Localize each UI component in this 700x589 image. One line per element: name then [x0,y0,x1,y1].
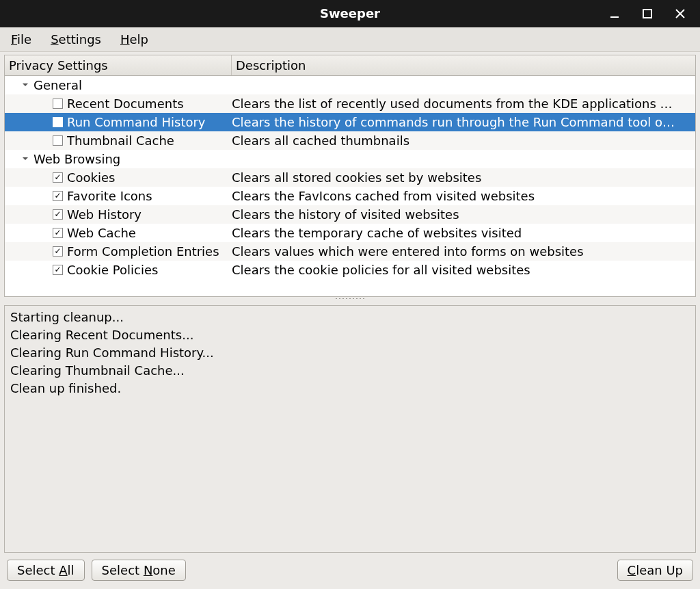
item-label: Web History [67,207,142,222]
expander-icon[interactable] [20,153,31,164]
item-checkbox[interactable] [53,246,63,257]
log-line: Clean up finished. [10,380,690,397]
maximize-button[interactable] [637,3,658,24]
tree-item[interactable]: Form Completion EntriesClears values whi… [5,242,695,261]
log-line: Clearing Recent Documents... [10,326,690,344]
item-label: Cookies [67,170,115,185]
tree-item[interactable]: Favorite IconsClears the FavIcons cached… [5,187,695,205]
item-checkbox[interactable] [53,135,63,146]
item-description: Clears the list of recently used documen… [232,96,695,111]
tree-group[interactable]: General [5,76,695,94]
clean-up-button[interactable]: Clean Up [617,560,693,581]
close-button[interactable] [670,3,690,24]
maximize-icon [642,8,653,19]
log-output[interactable]: Starting cleanup...Clearing Recent Docum… [4,305,696,553]
menu-help-rest: elp [130,32,149,47]
tree-body[interactable]: GeneralRecent DocumentsClears the list o… [5,76,695,296]
select-all-button[interactable]: Select All [7,560,85,581]
item-checkbox[interactable] [53,191,63,201]
tree-item[interactable]: Web HistoryClears the history of visited… [5,205,695,224]
splitter-handle-icon [334,298,366,300]
tree-group[interactable]: Web Browsing [5,150,695,168]
menu-file-rest: ile [17,32,31,47]
item-label: Recent Documents [67,96,184,111]
item-description: Clears the FavIcons cached from visited … [232,189,695,203]
svg-rect-1 [643,10,651,18]
item-description: Clears the history of commands run throu… [232,115,695,129]
main-content: Privacy Settings Description GeneralRece… [0,52,700,297]
item-description: Clears values which were entered into fo… [232,244,695,259]
window-controls [604,0,695,27]
tree-header: Privacy Settings Description [5,55,695,76]
column-header-description[interactable]: Description [232,55,695,75]
select-none-button[interactable]: Select None [92,560,186,581]
settings-tree: Privacy Settings Description GeneralRece… [4,55,696,297]
group-label: Web Browsing [33,152,120,166]
item-label: Web Cache [67,226,136,240]
close-icon [675,8,686,19]
tree-item[interactable]: Cookie PoliciesClears the cookie policie… [5,261,695,279]
item-description: Clears all cached thumbnails [232,133,695,148]
item-label: Form Completion Entries [67,244,219,259]
item-description: Clears the history of visited websites [232,207,695,222]
item-label: Favorite Icons [67,189,152,203]
menu-help[interactable]: Help [116,29,152,49]
tree-item[interactable]: CookiesClears all stored cookies set by … [5,168,695,187]
log-line: Clearing Thumbnail Cache... [10,362,690,380]
item-description: Clears the temporary cache of websites v… [232,226,695,240]
item-checkbox[interactable] [53,172,63,183]
item-description: Clears the cookie policies for all visit… [232,263,695,277]
item-checkbox[interactable] [53,117,63,127]
button-row: Select All Select None Clean Up [0,553,700,589]
item-checkbox[interactable] [53,228,63,238]
item-label: Thumbnail Cache [67,133,174,148]
menu-settings-rest: ettings [59,32,101,47]
minimize-icon [609,8,620,19]
window-title: Sweeper [320,6,380,21]
column-header-privacy[interactable]: Privacy Settings [5,55,232,75]
tree-item[interactable]: Thumbnail CacheClears all cached thumbna… [5,131,695,150]
tree-item[interactable]: Recent DocumentsClears the list of recen… [5,94,695,113]
item-checkbox[interactable] [53,99,63,109]
menu-settings[interactable]: Settings [46,29,105,49]
item-checkbox[interactable] [53,265,63,275]
tree-item[interactable]: Web CacheClears the temporary cache of w… [5,224,695,242]
tree-item[interactable]: Run Command HistoryClears the history of… [5,113,695,131]
menubar: File Settings Help [0,27,700,52]
item-label: Run Command History [67,115,206,129]
titlebar: Sweeper [0,0,700,27]
menu-file[interactable]: File [7,29,36,49]
item-label: Cookie Policies [67,263,158,277]
log-line: Starting cleanup... [10,309,690,326]
minimize-button[interactable] [604,3,625,24]
app-window: Sweeper File Settings Help Privacy Setti… [0,0,700,589]
group-label: General [33,78,82,92]
pane-splitter[interactable] [0,297,700,301]
log-line: Clearing Run Command History... [10,344,690,362]
item-checkbox[interactable] [53,209,63,220]
item-description: Clears all stored cookies set by website… [232,170,695,185]
expander-icon[interactable] [20,79,31,90]
